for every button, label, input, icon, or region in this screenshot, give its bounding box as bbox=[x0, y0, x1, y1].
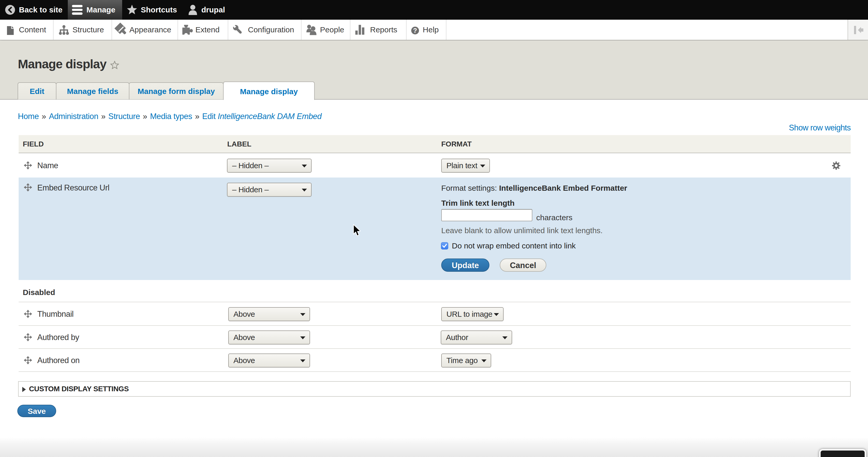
svg-text:?: ? bbox=[413, 27, 417, 34]
